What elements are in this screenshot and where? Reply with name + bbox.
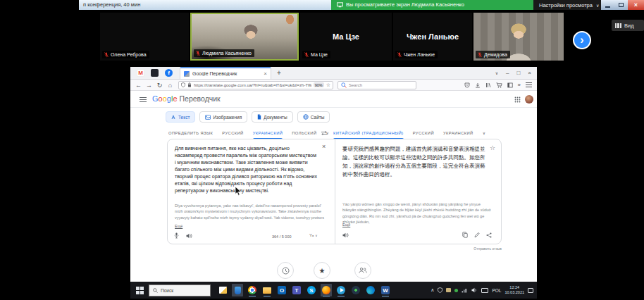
contribute-button[interactable]: [354, 262, 371, 279]
taskbar-icon-skype[interactable]: S: [306, 284, 317, 296]
lang-tab-detect[interactable]: ОПРЕДЕЛИТЬ ЯЗЫК: [168, 127, 213, 139]
account-avatar[interactable]: [525, 95, 533, 104]
lang-tab-polish[interactable]: ПОЛЬСКИЙ: [292, 127, 316, 139]
input-tools-selector[interactable]: Yₐ ∨: [309, 233, 318, 237]
browser-minimize-button[interactable]: –: [506, 70, 509, 76]
taskbar-clock[interactable]: 12:24 10.03.2021: [504, 285, 524, 294]
main-menu-icon[interactable]: [140, 97, 147, 102]
search-icon: [153, 288, 158, 293]
participant-tile-lyudmila[interactable]: Людмила Касьяненко: [190, 13, 299, 61]
pocket-icon[interactable]: [464, 82, 470, 88]
taskbar-icon-antivirus[interactable]: [350, 284, 361, 296]
lang-tab-chinese-traditional-selected[interactable]: КИТАЙСКИЙ (ТРАДИЦИОННЫЙ): [333, 127, 404, 139]
sidebar-icon[interactable]: [507, 82, 513, 88]
listen-source-icon[interactable]: [186, 233, 192, 239]
taskbar-icon-edge[interactable]: [365, 284, 376, 296]
taskbar-icon-firefox[interactable]: [321, 284, 332, 296]
volume-icon[interactable]: [471, 287, 478, 293]
next-participants-button[interactable]: ›: [573, 31, 591, 49]
mic-icon[interactable]: [174, 232, 179, 239]
tray-chevron-up-icon[interactable]: ∧: [431, 287, 434, 293]
target-more-link[interactable]: Ещё: [342, 223, 350, 227]
touch-keyboard-icon[interactable]: [481, 288, 488, 293]
source-more-link[interactable]: Ещё: [175, 224, 182, 228]
mode-tab-images[interactable]: Изображения: [199, 111, 247, 123]
rate-translation-icon[interactable]: [474, 232, 480, 238]
tray-app-icon[interactable]: [446, 288, 451, 292]
tab-close-icon[interactable]: ×: [264, 70, 267, 77]
pinned-tab-gmail-icon[interactable]: M: [137, 69, 144, 77]
panel-divider: [335, 139, 335, 244]
view-settings-button[interactable]: Настройки просмотра ∨: [533, 0, 601, 10]
participant-tile-ma-tsze[interactable]: Ма Цзе Ма Цзе: [300, 13, 392, 61]
screen-share-banner-text: Вы просматриваете экран Людмила Касьянен…: [346, 0, 464, 10]
tray-status-icon[interactable]: [454, 289, 458, 292]
taskbar-icon-word[interactable]: W: [380, 284, 391, 296]
save-translation-star-icon[interactable]: ☆: [490, 144, 495, 151]
source-text-area[interactable]: Для вивчення питання, яке нас цікавить, …: [175, 145, 317, 194]
copy-icon[interactable]: [462, 232, 468, 238]
bookmark-star-icon[interactable]: ☆: [326, 82, 330, 88]
library-icon[interactable]: [485, 82, 491, 88]
taskbar-icon-explorer[interactable]: [261, 284, 273, 296]
google-apps-grid-icon[interactable]: [514, 96, 521, 103]
clear-source-icon[interactable]: ×: [322, 143, 326, 150]
mode-tab-websites[interactable]: Сайты: [297, 111, 330, 123]
target-lang-chevron-icon[interactable]: ∨: [483, 127, 486, 139]
mode-tab-text[interactable]: Текст: [166, 111, 195, 123]
menu-icon[interactable]: [526, 82, 532, 87]
lang-tab-russian-target[interactable]: РУССКИЙ: [413, 127, 434, 139]
address-bar[interactable]: https://translate.google.com.ua/?hl=ru&t…: [178, 81, 333, 89]
lang-tab-russian[interactable]: РУССКИЙ: [222, 127, 243, 139]
taskbar-icon-telegram[interactable]: [335, 284, 347, 296]
participant-tile-olena[interactable]: Олена Реброва: [100, 13, 189, 61]
browser-search-field[interactable]: Search: [338, 81, 416, 89]
extension-cart-icon[interactable]: [496, 82, 502, 88]
tray-shield-icon[interactable]: [438, 287, 442, 293]
participant-tile-demidova[interactable]: Демидова: [473, 13, 564, 61]
overflow-icon[interactable]: »: [518, 82, 521, 88]
minimize-button[interactable]: [601, 0, 614, 10]
start-button[interactable]: [136, 287, 144, 294]
taskbar-search-box[interactable]: Поиск: [149, 285, 211, 296]
history-button[interactable]: [277, 262, 294, 279]
back-button[interactable]: ←: [133, 82, 144, 89]
send-feedback-link[interactable]: Отправить отзыв: [396, 246, 502, 251]
forward-button[interactable]: →: [144, 82, 154, 89]
page-zoom-badge[interactable]: 90%: [314, 82, 324, 87]
participant-tile-chzhen[interactable]: Чжен Ланьюе Чжен Ланьюе: [393, 13, 472, 61]
mic-muted-icon: [196, 51, 200, 56]
home-button[interactable]: ⌂: [165, 82, 175, 89]
edge-icon: [366, 286, 375, 294]
taskbar-icon-outlook[interactable]: O: [276, 284, 287, 296]
maximize-button[interactable]: [614, 0, 628, 10]
browser-close-button[interactable]: ×: [528, 70, 531, 76]
saved-button[interactable]: ★: [314, 262, 330, 279]
browser-maximize-button[interactable]: □: [516, 70, 520, 76]
reload-button[interactable]: ↻: [154, 82, 165, 89]
pinned-tab-icon[interactable]: [151, 69, 159, 77]
taskbar-icon-store[interactable]: [232, 284, 243, 296]
action-center-icon[interactable]: [528, 288, 533, 293]
taskbar-icon-chrome[interactable]: [247, 284, 258, 296]
tab-list-chevron-icon[interactable]: ∨: [495, 70, 498, 75]
downloads-icon[interactable]: [475, 82, 481, 88]
network-icon[interactable]: [462, 287, 468, 293]
taskbar-icon-teams[interactable]: T: [291, 284, 302, 296]
lang-tab-ukrainian-selected[interactable]: УКРАИНСКИЙ: [253, 127, 283, 139]
close-button[interactable]: ×: [628, 0, 644, 10]
taskbar-icon-widget[interactable]: [217, 284, 228, 296]
close-icon: ×: [634, 1, 638, 8]
view-button[interactable]: Вид: [612, 20, 644, 31]
input-language-indicator[interactable]: POL: [492, 288, 501, 293]
browser-tab-google-translate[interactable]: Google Переводчик ×: [180, 67, 271, 79]
listen-target-icon[interactable]: [342, 232, 349, 238]
google-translate-logo[interactable]: GoogleПереводчик: [152, 94, 221, 103]
swap-languages-icon[interactable]: [321, 130, 328, 136]
pinned-tab-facebook-icon[interactable]: f: [165, 69, 173, 77]
new-tab-button[interactable]: +: [277, 69, 281, 77]
translation-panel: Для вивчення питання, яке нас цікавить, …: [167, 139, 502, 244]
mode-tab-documents[interactable]: Документы: [252, 111, 293, 123]
lang-tab-ukrainian-target[interactable]: УКРАИНСКИЙ: [443, 127, 473, 139]
share-icon[interactable]: [486, 232, 492, 238]
